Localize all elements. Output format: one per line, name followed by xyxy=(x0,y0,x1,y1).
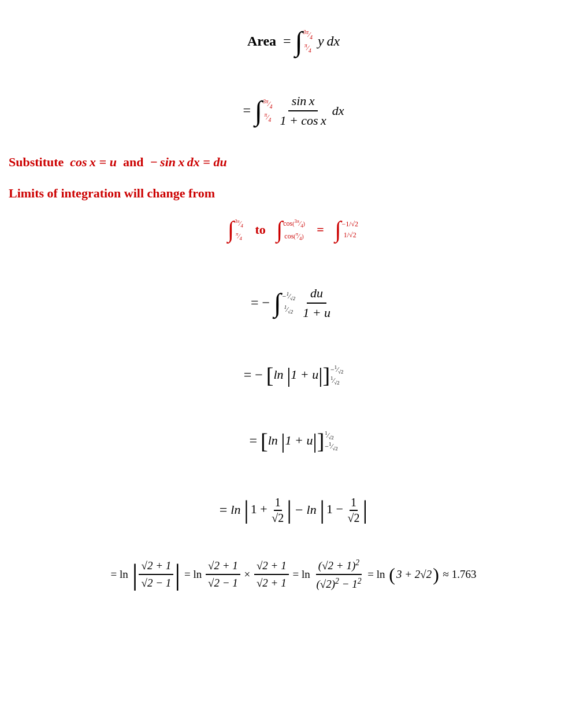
from-integral: ∫ 3π⁄4 π⁄4 xyxy=(227,218,245,242)
ln-6b: ln xyxy=(307,501,320,519)
abs-left-4: | xyxy=(319,498,325,523)
big-fraction-2: √2 + 1 √2 − 1 xyxy=(206,559,240,589)
equals-5: = xyxy=(250,431,261,451)
abs-left-1: | xyxy=(287,365,291,386)
ln-eval-line-2: = [ ln | 1 + u | ] 1⁄√2 −1⁄√2 xyxy=(6,430,581,452)
integral-3: ∫ −1⁄√2 1⁄√2 du 1 + u xyxy=(273,286,336,320)
abs-right-2: | xyxy=(313,431,317,451)
eq-ln-2: = ln xyxy=(181,568,205,581)
fraction-1-sqrt2-minus: 1 − 1√2 xyxy=(326,496,361,525)
big-paren-left: ( xyxy=(389,565,395,584)
equals-1: = xyxy=(280,32,295,51)
equals-limits: = xyxy=(314,222,328,237)
minus-sin-eq-du: − sin x dx = du xyxy=(150,155,226,169)
equals-3: = − xyxy=(251,293,273,313)
integral-limits-2: 3π⁄4 π⁄4 xyxy=(263,99,272,123)
big-fraction-1: √2 + 1 √2 − 1 xyxy=(139,559,173,589)
eq-ln-abs: = ln xyxy=(110,568,131,581)
page: Area = ∫ 3π⁄4 π⁄4 y dx = ∫ 3π⁄4 π⁄4 sin … xyxy=(6,12,581,602)
upper-limit-1: 3π⁄4 xyxy=(303,29,313,40)
upper-limit-2: 3π⁄4 xyxy=(263,99,272,110)
integral-1: ∫ 3π⁄4 π⁄4 y dx xyxy=(295,28,340,55)
sinx-fraction: sin x 1 + cos x xyxy=(276,94,329,128)
big-paren-right: ) xyxy=(433,565,439,584)
minus-integral-line: = − ∫ −1⁄√2 1⁄√2 du 1 + u xyxy=(6,286,581,320)
left-bracket-1: [ xyxy=(266,364,274,386)
to-integral: ∫ cos(3π⁄4) cos(π⁄4) xyxy=(276,218,307,242)
right-bracket-1: ] xyxy=(322,364,330,386)
du-fraction: du 1 + u xyxy=(299,286,334,320)
integral-limits-3: −1⁄√2 1⁄√2 xyxy=(282,291,295,315)
eval-limits-1: −1⁄√2 1⁄√2 xyxy=(330,364,343,386)
big-fraction-4: (√2 + 1)2 (√2)2 − 12 xyxy=(314,558,363,591)
integral-symbol-to: ∫ xyxy=(276,218,283,241)
substitute-label: Substitute xyxy=(9,155,67,169)
lower-limit-2: π⁄4 xyxy=(265,112,272,123)
ln-expr-2: ln xyxy=(268,432,281,450)
to-text: to xyxy=(252,222,269,237)
abs-left-2: | xyxy=(281,431,285,451)
upper-limit-final: −1/√2 xyxy=(341,220,358,229)
equals-6: = xyxy=(220,501,231,520)
fraction-1-sqrt2-plus: 1 + 1√2 xyxy=(251,496,285,525)
lower-limit-to: cos(π⁄4) xyxy=(284,231,303,241)
abs-right-1: | xyxy=(318,365,322,386)
eq-ln-3: = ln xyxy=(290,568,313,581)
upper-limit-from: 3π⁄4 xyxy=(235,218,243,229)
lower-limit-from: π⁄4 xyxy=(236,231,242,241)
abs-big-right-1: | xyxy=(174,560,180,589)
big-fraction-3: √2 + 1 √2 + 1 xyxy=(254,559,289,589)
equals-2: = xyxy=(243,101,254,121)
integral-limits-to: cos(3π⁄4) cos(π⁄4) xyxy=(283,218,305,242)
cos-x-eq-u: cos x = u xyxy=(70,155,117,169)
upper-limit-to: cos(3π⁄4) xyxy=(283,218,305,229)
limits-change-line: ∫ 3π⁄4 π⁄4 to ∫ cos(3π⁄4) cos(π⁄4) = ∫ −… xyxy=(6,218,581,242)
ln-difference-line: = ln | 1 + 1√2 | − ln | 1 − 1√2 | xyxy=(6,496,581,525)
final-limits-integral: ∫ −1/√2 1/√2 xyxy=(334,218,360,241)
integral-sinx-line: = ∫ 3π⁄4 π⁄4 sin x 1 + cos x dx xyxy=(6,94,581,128)
right-bracket-2: ] xyxy=(317,430,325,452)
integral-symbol-from: ∫ xyxy=(228,218,234,241)
integral-limits-from: 3π⁄4 π⁄4 xyxy=(235,218,243,242)
upper-eval-2: 1⁄√2 xyxy=(325,430,337,440)
lower-limit-3: 1⁄√2 xyxy=(284,304,293,315)
abs-big-left-1: | xyxy=(132,560,138,589)
ln-eval-line: = − [ ln | 1 + u | ] −1⁄√2 1⁄√2 xyxy=(6,364,581,386)
ln-arg: 3 + 2√2 xyxy=(396,568,432,581)
dx-2: dx xyxy=(332,102,344,120)
ln-content-2: 1 + u xyxy=(285,432,313,450)
integral-symbol-3: ∫ xyxy=(274,290,281,316)
integral-symbol-final: ∫ xyxy=(335,218,341,241)
approx-value: ≈ 1.763 xyxy=(440,568,477,581)
equals-4: = − xyxy=(244,365,266,385)
final-line: = ln | √2 + 1 √2 − 1 | = ln √2 + 1 √2 − … xyxy=(6,552,581,597)
lower-limit-1: π⁄4 xyxy=(304,43,311,54)
integral-2: ∫ 3π⁄4 π⁄4 sin x 1 + cos x dx xyxy=(254,94,344,128)
ln-content-1: 1 + u xyxy=(291,366,318,384)
integral-symbol-2: ∫ xyxy=(255,97,262,125)
lower-limit-final: 1/√2 xyxy=(344,231,356,240)
lower-eval-2: −1⁄√2 xyxy=(325,441,337,451)
substitute-line: Substitute cos x = u and − sin x dx = du xyxy=(6,150,581,174)
integral-limits-final: −1/√2 1/√2 xyxy=(341,220,358,240)
limits-title: Limits of integration will change from xyxy=(6,186,581,201)
minus-6: − xyxy=(292,501,307,520)
eq-ln-4: = ln xyxy=(365,568,388,581)
times-text: × xyxy=(242,568,253,581)
abs-right-4: | xyxy=(362,498,367,523)
area-integral-line: Area = ∫ 3π⁄4 π⁄4 y dx xyxy=(6,28,581,55)
integrand-1: y dx xyxy=(314,32,340,51)
and-text: and xyxy=(120,155,146,169)
abs-right-3: | xyxy=(287,498,292,523)
integral-limits-1: 3π⁄4 π⁄4 xyxy=(303,29,313,54)
ln-6a: ln xyxy=(231,501,244,519)
area-label: Area xyxy=(247,32,280,51)
lower-eval-1: 1⁄√2 xyxy=(330,375,343,386)
upper-eval-1: −1⁄√2 xyxy=(330,364,343,375)
eval-limits-2: 1⁄√2 −1⁄√2 xyxy=(325,430,337,451)
ln-expr-1: ln xyxy=(274,366,287,384)
upper-limit-3: −1⁄√2 xyxy=(282,291,295,301)
abs-left-3: | xyxy=(244,498,249,523)
integral-symbol-1: ∫ xyxy=(295,28,303,55)
left-bracket-2: [ xyxy=(261,430,268,452)
